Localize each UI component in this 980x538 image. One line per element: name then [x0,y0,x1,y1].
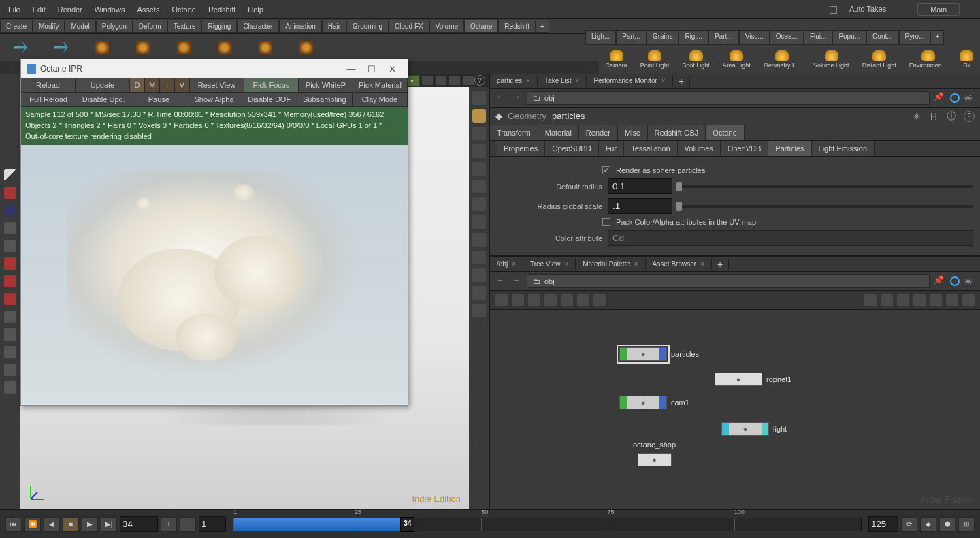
shelf-tab-model[interactable]: Model [65,20,95,33]
ipr-clay-mode[interactable]: Clay Mode [353,93,408,106]
nav-back-icon[interactable]: ← [494,276,506,287]
shelf-tab-texture[interactable]: Texture [167,20,202,33]
node-octane-shop[interactable]: octane_shop [633,441,676,466]
tool-camera[interactable] [4,346,16,358]
net-tool-r2[interactable] [881,294,893,306]
close-icon[interactable]: × [634,260,638,268]
subtab-properties[interactable]: Properties [497,141,545,156]
tool-magnet-2[interactable] [4,275,16,287]
step-fwd-icon[interactable]: ▶| [101,517,117,532]
tab-transform[interactable]: Transform [490,125,538,140]
menu-octane[interactable]: Octane [172,5,195,14]
shelf-tab-cloudfx[interactable]: Cloud FX [389,20,429,33]
ipr-full-reload[interactable]: Full Reload [21,93,76,106]
ipr-disable-dof[interactable]: Disable DOF [242,93,297,106]
menu-render[interactable]: Render [58,5,82,14]
light-tab-0[interactable]: Ligh... [585,30,616,45]
step-back-keyframe-icon[interactable]: ⏪ [24,517,41,532]
tool-magnet-1[interactable] [4,257,16,270]
end-frame-input[interactable] [868,516,898,532]
net-tool-box[interactable] [593,294,606,306]
ipr-show-alpha[interactable]: Show Alpha [186,93,242,106]
node-particles[interactable]: particles [619,347,699,361]
step-back-icon[interactable]: ◀ [44,517,60,532]
radius-scale-slider[interactable] [678,205,973,208]
menu-assets[interactable]: Assets [137,5,159,14]
net-tab-assetbrowser[interactable]: Asset Browser× [646,258,712,270]
pin-icon[interactable] [934,92,946,104]
timeline-opt-3[interactable]: ⬢ [939,517,956,532]
tool-sky-light[interactable]: Sk [960,50,973,69]
pane-tab-takelist[interactable]: Take List× [538,75,587,86]
net-tool-r5[interactable] [930,294,942,306]
shelf-tool-5[interactable] [177,41,191,54]
ipr-render-view[interactable] [21,145,408,404]
light-tab-5[interactable]: Visc... [739,30,770,45]
subtab-tessellation[interactable]: Tessellation [624,141,677,156]
tool-generic-3[interactable] [4,311,16,323]
display-btn-8[interactable] [472,233,486,247]
timeline-playhead[interactable]: 34 [400,517,414,532]
nav-fwd-icon[interactable]: → [510,93,523,104]
help-icon[interactable]: ? [964,111,975,122]
shelf-tab-create[interactable]: Create [0,20,33,33]
subtab-fur[interactable]: Fur [599,141,625,156]
tool-generic-5[interactable] [4,381,16,394]
light-tab-2[interactable]: Grains [647,30,679,45]
viewport-help-icon[interactable]: ? [474,75,485,86]
node-light[interactable]: light [721,422,787,436]
tool-area-light[interactable]: Area Light [723,50,751,69]
ipr-subsampling[interactable]: Subsampling [297,93,353,106]
goto-start-icon[interactable]: ⏮ [5,517,22,532]
display-btn-1[interactable] [472,91,486,105]
tab-octane-obj[interactable]: Octane [706,125,744,140]
viewport-btn-3[interactable] [448,75,461,86]
ipr-toggle-d[interactable]: D [130,78,145,92]
display-btn-6[interactable] [472,197,486,211]
net-tool-note[interactable] [577,294,589,306]
pane-tab-add[interactable]: + [673,76,690,86]
ipr-update[interactable]: Update [76,78,130,92]
display-btn-10[interactable] [472,268,486,282]
tab-material[interactable]: Material [538,125,579,140]
shelf-tool-6[interactable] [218,41,231,54]
shelf-tool-4[interactable] [136,41,150,54]
desktop-dropdown[interactable]: Main [917,3,960,16]
subtab-opensubd[interactable]: OpenSUBD [545,141,598,156]
shelf-tab-octane[interactable]: Octane [464,20,498,33]
net-tab-obj[interactable]: /obj× [490,258,523,270]
net-tab-add[interactable]: + [712,259,729,270]
net-tool-r1[interactable] [864,294,877,306]
tool-distant-light[interactable]: Distant Light [862,50,896,69]
net-tool-snap[interactable] [962,294,975,306]
shelf-tab-modify[interactable]: Modify [33,20,65,33]
display-btn-12[interactable] [472,304,486,317]
pin-icon[interactable] [934,275,946,287]
tool-camera[interactable]: Camera [606,50,627,69]
net-tool-r4[interactable] [913,294,926,306]
tool-magnet-3[interactable] [4,293,16,305]
net-tool-4[interactable] [544,294,557,306]
nav-back-icon[interactable]: ← [494,93,506,104]
node-ropnet1[interactable]: ropnet1 [715,373,791,386]
net-tool-search[interactable] [946,294,958,306]
target-icon[interactable] [950,276,960,286]
light-tab-8[interactable]: Popu... [832,30,866,45]
start-frame-input[interactable] [199,516,226,532]
menu-windows[interactable]: Windows [95,5,125,14]
light-tab-4[interactable]: Part... [708,30,739,45]
ipr-toggle-i[interactable]: I [160,78,175,92]
shelf-tab-grooming[interactable]: Grooming [346,20,389,33]
tool-point-light[interactable]: Point Light [640,50,670,69]
pane-tab-particles[interactable]: particles× [490,75,538,86]
tab-render[interactable]: Render [579,125,618,140]
display-btn-5[interactable] [472,180,486,193]
shelf-tool-8[interactable] [299,41,313,54]
color-attr-input[interactable] [608,230,973,246]
light-tab-add[interactable]: + [930,30,944,45]
tool-geometry-light[interactable]: Geometry L... [764,50,801,69]
shelf-tool-3[interactable] [95,41,109,54]
ipr-pick-focus[interactable]: Pick Focus [244,78,299,92]
pack-color-checkbox[interactable] [602,218,610,226]
stop-icon[interactable]: ■ [63,517,79,532]
